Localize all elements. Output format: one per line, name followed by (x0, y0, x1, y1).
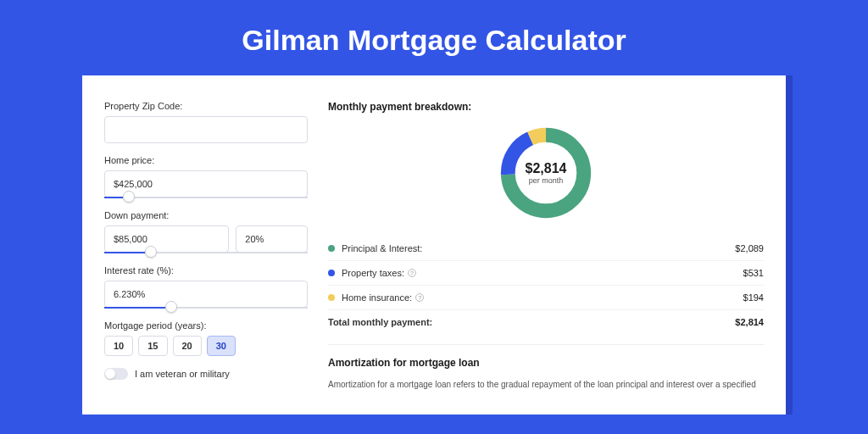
period-label: Mortgage period (years): (104, 320, 308, 331)
breakdown-total-value: $2,814 (735, 317, 764, 327)
breakdown-item-value: $2,089 (735, 243, 764, 253)
veteran-row: I am veteran or military (104, 368, 308, 380)
interest-rate-slider[interactable] (104, 307, 308, 309)
home-price-input[interactable] (104, 170, 308, 198)
form-column: Property Zip Code: Home price: Down paym… (104, 101, 308, 415)
down-payment-group: Down payment: (104, 210, 308, 253)
donut-amount: $2,814 (526, 161, 567, 176)
breakdown-item-label: Property taxes:? (342, 268, 743, 278)
breakdown-title: Monthly payment breakdown: (328, 101, 764, 113)
period-buttons: 10152030 (104, 336, 308, 356)
breakdown-total-row: Total monthly payment: $2,814 (328, 310, 764, 334)
breakdown-list: Principal & Interest:$2,089Property taxe… (328, 236, 764, 310)
veteran-label: I am veteran or military (135, 369, 230, 379)
breakdown-item-label: Principal & Interest: (342, 243, 735, 253)
breakdown-row: Property taxes:?$531 (328, 261, 764, 286)
down-payment-label: Down payment: (104, 210, 308, 220)
period-button-20[interactable]: 20 (173, 336, 202, 356)
breakdown-item-value: $194 (743, 292, 764, 303)
color-dot (328, 245, 335, 252)
info-icon[interactable]: ? (415, 293, 424, 302)
home-price-label: Home price: (104, 155, 308, 165)
breakdown-row: Principal & Interest:$2,089 (328, 236, 764, 261)
breakdown-row: Home insurance:?$194 (328, 286, 764, 310)
amortization-body: Amortization for a mortgage loan refers … (328, 379, 764, 391)
donut-sublabel: per month (526, 176, 567, 185)
down-payment-amount-input[interactable] (104, 225, 229, 253)
amortization-title: Amortization for mortgage loan (328, 357, 764, 369)
interest-rate-label: Interest rate (%): (104, 265, 308, 275)
period-button-30[interactable]: 30 (207, 336, 236, 356)
zip-input[interactable] (104, 116, 308, 143)
page-title: Gilman Mortgage Calculator (0, 0, 868, 75)
home-price-group: Home price: (104, 155, 308, 198)
zip-label: Property Zip Code: (104, 101, 308, 111)
interest-rate-group: Interest rate (%): (104, 265, 308, 309)
donut-chart: $2,814 per month (328, 123, 764, 223)
calculator-card: Property Zip Code: Home price: Down paym… (82, 75, 786, 415)
period-button-15[interactable]: 15 (138, 336, 167, 356)
home-price-slider[interactable] (104, 197, 308, 198)
period-button-10[interactable]: 10 (104, 336, 133, 356)
breakdown-total-label: Total monthly payment: (328, 317, 735, 327)
down-payment-pct-input[interactable] (236, 225, 308, 253)
veteran-toggle[interactable] (104, 368, 128, 380)
period-group: Mortgage period (years): 10152030 (104, 320, 308, 356)
color-dot (328, 294, 335, 301)
amortization-section: Amortization for mortgage loan Amortizat… (328, 344, 764, 391)
color-dot (328, 270, 335, 276)
down-payment-slider[interactable] (104, 252, 308, 253)
interest-rate-input[interactable] (104, 281, 308, 308)
breakdown-item-label: Home insurance:? (342, 292, 743, 303)
zip-group: Property Zip Code: (104, 101, 308, 143)
breakdown-item-value: $531 (743, 268, 764, 278)
info-icon[interactable]: ? (408, 269, 416, 277)
breakdown-column: Monthly payment breakdown: $2,814 per mo… (328, 101, 764, 415)
